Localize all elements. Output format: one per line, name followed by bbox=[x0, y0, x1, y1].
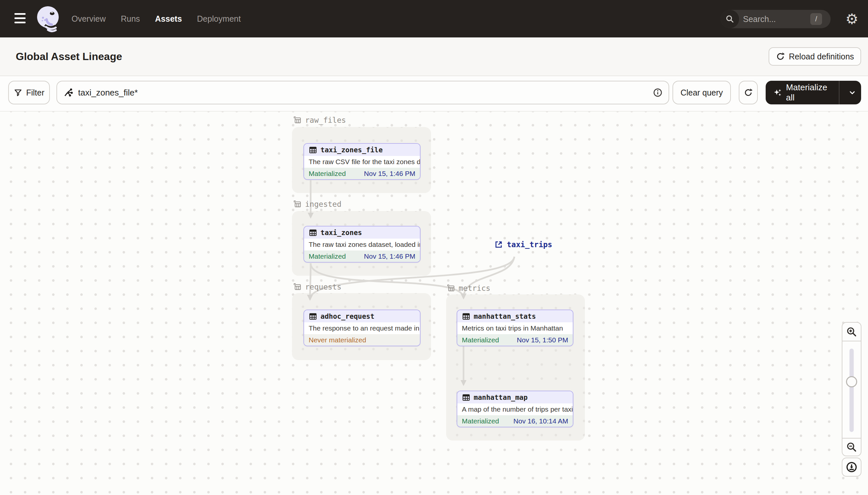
status-badge: Materialized bbox=[309, 252, 346, 260]
refresh-query-button[interactable] bbox=[739, 81, 758, 104]
asset-status-bar: Never materialized bbox=[304, 334, 420, 346]
asset-node-taxi-zones[interactable]: taxi_zones The raw taxi zones dataset, l… bbox=[303, 226, 421, 262]
asset-status-bar: Materialized Nov 15, 1:46 PM bbox=[304, 251, 420, 262]
materialize-options-caret[interactable] bbox=[844, 89, 861, 97]
button-divider bbox=[839, 81, 839, 104]
group-table-icon bbox=[293, 116, 302, 125]
table-icon bbox=[309, 228, 317, 237]
external-asset-taxi-trips[interactable]: taxi_trips bbox=[494, 240, 552, 249]
asset-graph-toolbar: Filter Clear query bbox=[0, 76, 868, 112]
zoom-in-button[interactable] bbox=[842, 322, 862, 341]
zoom-out-button[interactable] bbox=[842, 439, 862, 456]
lineage-canvas[interactable]: raw_files ingested requests metrics taxi… bbox=[0, 112, 868, 495]
asset-node-manhattan-stats[interactable]: manhattan_stats Metrics on taxi trips in… bbox=[457, 309, 573, 346]
global-search[interactable]: / bbox=[721, 10, 831, 28]
group-table-icon bbox=[293, 200, 302, 209]
asset-status-bar: Materialized Nov 15, 1:46 PM bbox=[304, 168, 420, 179]
asset-node-header: adhoc_request bbox=[304, 310, 420, 322]
asset-description: The response to an request made in th... bbox=[304, 322, 420, 334]
nav-links: Overview Runs Assets Deployment bbox=[72, 0, 241, 37]
reload-definitions-button[interactable]: Reload definitions bbox=[768, 47, 861, 66]
group-label-ingested[interactable]: ingested bbox=[293, 200, 341, 209]
table-icon bbox=[309, 146, 317, 154]
asset-node-header: manhattan_stats bbox=[457, 310, 573, 322]
app-window: Overview Runs Assets Deployment / ⚙ Glob… bbox=[0, 0, 868, 495]
group-table-icon bbox=[293, 282, 302, 291]
status-badge: Materialized bbox=[462, 336, 499, 344]
asset-description: The raw taxi zones dataset, loaded int..… bbox=[304, 239, 420, 251]
search-shortcut-key: / bbox=[810, 13, 822, 25]
asset-name: adhoc_request bbox=[320, 312, 374, 320]
zoom-slider[interactable] bbox=[842, 341, 862, 439]
clear-query-button[interactable]: Clear query bbox=[672, 81, 731, 104]
table-icon bbox=[462, 393, 471, 402]
asset-name: taxi_zones bbox=[320, 229, 362, 237]
sparkle-icon bbox=[773, 88, 782, 98]
asset-node-header: manhattan_map bbox=[457, 391, 573, 404]
group-table-icon bbox=[446, 284, 455, 293]
zoom-in-icon bbox=[846, 326, 857, 338]
zoom-out-icon bbox=[846, 442, 857, 453]
search-icon bbox=[721, 10, 739, 28]
page-title: Global Asset Lineage bbox=[16, 37, 122, 75]
asset-status-bar: Materialized Nov 15, 1:50 PM bbox=[457, 334, 573, 346]
filter-button[interactable]: Filter bbox=[8, 81, 50, 104]
funnel-icon bbox=[14, 88, 22, 97]
chevron-down-icon bbox=[848, 89, 856, 97]
materialize-all-button[interactable]: Materialize all bbox=[766, 81, 861, 104]
search-input[interactable] bbox=[739, 14, 810, 24]
materialization-timestamp: Nov 15, 1:46 PM bbox=[364, 170, 415, 177]
asset-status-bar: Materialized Nov 16, 10:14 AM bbox=[457, 415, 573, 427]
asset-name: manhattan_stats bbox=[474, 312, 536, 320]
page-header: Global Asset Lineage Reload definitions bbox=[0, 37, 868, 76]
info-icon[interactable] bbox=[653, 88, 663, 98]
nav-link-deployment[interactable]: Deployment bbox=[197, 14, 241, 24]
status-badge: Materialized bbox=[309, 170, 346, 177]
asset-node-taxi-zones-file[interactable]: taxi_zones_file The raw CSV file for the… bbox=[303, 143, 421, 180]
materialization-timestamp: Nov 15, 1:50 PM bbox=[517, 336, 568, 344]
refresh-icon bbox=[776, 52, 785, 61]
status-badge: Materialized bbox=[462, 417, 499, 425]
asset-selection-input[interactable] bbox=[77, 87, 649, 98]
dagster-logo-icon[interactable] bbox=[34, 4, 64, 33]
settings-gear-icon[interactable]: ⚙ bbox=[844, 11, 860, 27]
refresh-icon bbox=[744, 88, 753, 97]
asset-node-header: taxi_zones_file bbox=[304, 144, 420, 156]
asset-node-header: taxi_zones bbox=[304, 226, 420, 239]
status-badge: Never materialized bbox=[309, 336, 366, 344]
zoom-slider-handle[interactable] bbox=[846, 376, 857, 387]
arrow-down-to-line-icon bbox=[846, 461, 857, 473]
nav-link-assets[interactable]: Assets bbox=[155, 14, 182, 24]
lineage-edges bbox=[0, 112, 868, 495]
group-label-requests[interactable]: requests bbox=[293, 282, 341, 291]
group-label-raw-files[interactable]: raw_files bbox=[293, 116, 346, 125]
materialization-timestamp: Nov 16, 10:14 AM bbox=[513, 417, 568, 425]
asset-selection-input-wrap[interactable] bbox=[56, 81, 669, 104]
materialization-timestamp: Nov 15, 1:46 PM bbox=[364, 252, 415, 260]
group-label-metrics[interactable]: metrics bbox=[446, 284, 491, 293]
recenter-download-button[interactable] bbox=[842, 458, 862, 477]
asset-name: manhattan_map bbox=[474, 394, 528, 402]
nav-link-runs[interactable]: Runs bbox=[121, 14, 140, 24]
asset-description: The raw CSV file for the taxi zones dat.… bbox=[304, 156, 420, 168]
asset-node-adhoc-request[interactable]: adhoc_request The response to an request… bbox=[303, 309, 421, 346]
table-icon bbox=[462, 312, 471, 321]
top-nav: Overview Runs Assets Deployment / ⚙ bbox=[0, 0, 868, 37]
external-link-icon bbox=[494, 240, 503, 249]
asset-graph-icon bbox=[63, 87, 73, 98]
table-icon bbox=[309, 312, 317, 321]
zoom-slider-track[interactable] bbox=[850, 348, 854, 432]
hamburger-menu-icon[interactable] bbox=[14, 13, 25, 24]
asset-description: Metrics on taxi trips in Manhattan bbox=[457, 322, 573, 334]
nav-link-overview[interactable]: Overview bbox=[72, 14, 106, 24]
asset-description: A map of the number of trips per taxi z.… bbox=[457, 404, 573, 415]
asset-name: taxi_zones_file bbox=[320, 146, 383, 154]
asset-node-manhattan-map[interactable]: manhattan_map A map of the number of tri… bbox=[457, 391, 573, 427]
